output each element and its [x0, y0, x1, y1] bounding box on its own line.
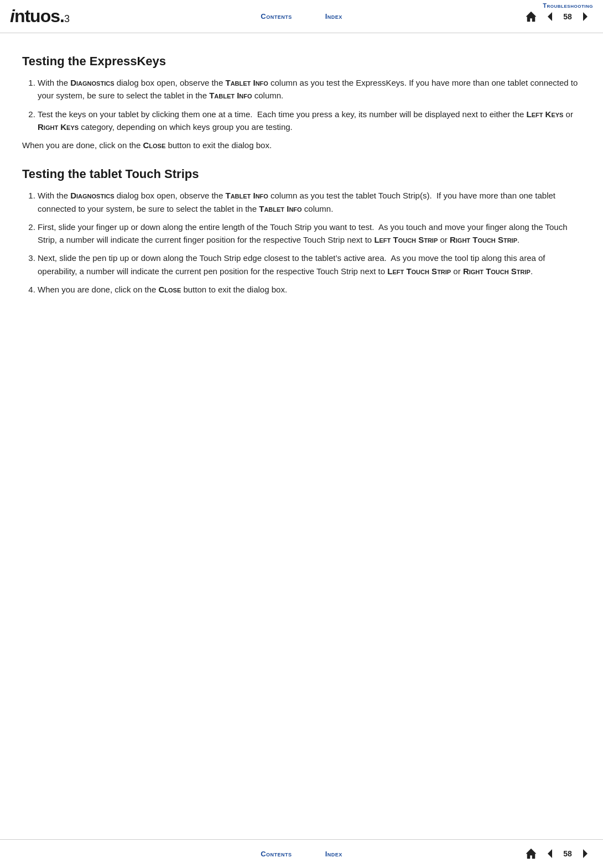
term-right-touch-strip: Right Touch Strip: [450, 235, 517, 244]
logo-text: intuos.3: [10, 6, 69, 27]
term-diagnostics-2: Diagnostics: [70, 191, 114, 200]
home-button-bottom[interactable]: [523, 846, 539, 861]
home-icon-bottom: [525, 848, 537, 860]
svg-marker-3: [526, 849, 536, 859]
top-nav-right: 58: [523, 9, 593, 24]
list-item: Next, slide the pen tip up or down along…: [38, 252, 581, 278]
top-navigation: intuos.3 Troubleshooting Contents Index …: [0, 0, 603, 33]
logo-version: 3: [64, 13, 69, 24]
bottom-navigation: Contents Index 58: [0, 839, 603, 868]
main-content: Testing the ExpressKeys With the Diagnos…: [0, 33, 603, 323]
term-left-touch-strip: Left Touch Strip: [374, 235, 438, 244]
bottom-nav-right: 58: [523, 846, 593, 861]
list-item: Test the keys on your tablet by clicking…: [38, 108, 581, 134]
next-button-bottom[interactable]: [578, 846, 593, 861]
prev-icon-bottom: [544, 848, 555, 859]
page-number-top: 58: [561, 12, 574, 21]
list-item: First, slide your finger up or down alon…: [38, 221, 581, 247]
contents-link-bottom[interactable]: Contents: [261, 850, 292, 858]
svg-marker-1: [548, 12, 552, 21]
term-close: Close: [143, 140, 165, 150]
home-button-top[interactable]: [523, 9, 539, 24]
contents-link-top[interactable]: Contents: [261, 12, 292, 20]
section2-heading: Testing the tablet Touch Strips: [22, 167, 581, 181]
home-icon: [525, 11, 537, 23]
svg-marker-4: [548, 849, 552, 858]
prev-button-bottom[interactable]: [542, 846, 558, 861]
list-item: With the Diagnostics dialog box open, ob…: [38, 189, 581, 215]
section-expresskeys: Testing the ExpressKeys With the Diagnos…: [22, 54, 581, 151]
section1-heading: Testing the ExpressKeys: [22, 54, 581, 69]
term-diagnostics: Diagnostics: [70, 78, 114, 87]
svg-marker-0: [526, 12, 536, 22]
next-button-top[interactable]: [578, 9, 593, 24]
section2-list: With the Diagnostics dialog box open, ob…: [22, 189, 581, 296]
next-icon-bottom: [580, 848, 591, 859]
term-tablet-info-2: Tablet Info: [209, 91, 252, 100]
svg-marker-2: [583, 12, 588, 21]
section1-list: With the Diagnostics dialog box open, ob…: [22, 76, 581, 133]
svg-marker-5: [583, 849, 588, 858]
term-right-touch-strip-2: Right Touch Strip: [463, 266, 531, 276]
list-item: When you are done, click on the Close bu…: [38, 283, 581, 296]
logo: intuos.3: [10, 6, 69, 27]
term-right-keys: Right Keys: [38, 122, 79, 132]
index-link-top[interactable]: Index: [325, 12, 342, 20]
top-nav-center: Contents Index: [261, 12, 342, 20]
next-icon: [580, 11, 591, 22]
term-left-keys: Left Keys: [527, 109, 564, 119]
term-close-2: Close: [158, 285, 181, 294]
section1-closing: When you are done, click on the Close bu…: [22, 139, 581, 151]
term-tablet-info: Tablet Info: [225, 78, 268, 87]
term-tablet-info-3: Tablet Info: [225, 191, 268, 200]
term-left-touch-strip-2: Left Touch Strip: [387, 266, 451, 276]
prev-icon: [544, 11, 555, 22]
term-tablet-info-4: Tablet Info: [259, 204, 301, 213]
prev-button-top[interactable]: [542, 9, 558, 24]
page-number-bottom: 58: [561, 849, 574, 858]
list-item: With the Diagnostics dialog box open, ob…: [38, 76, 581, 102]
troubleshooting-link[interactable]: Troubleshooting: [543, 2, 593, 9]
index-link-bottom[interactable]: Index: [325, 850, 342, 858]
section-touchstrips: Testing the tablet Touch Strips With the…: [22, 167, 581, 296]
